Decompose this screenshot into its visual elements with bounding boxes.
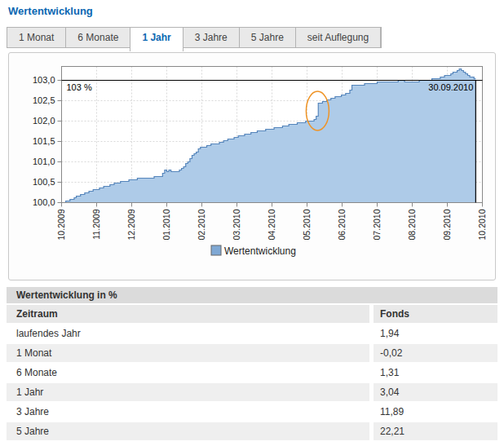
table-row: 3 Jahre11,89 <box>7 403 497 421</box>
x-tick-label: 01.2010 <box>161 209 171 240</box>
tab-1-monat[interactable]: 1 Monat <box>7 28 66 47</box>
tab-5-jahre[interactable]: 5 Jahre <box>240 28 296 47</box>
cell-zeitraum: 1 Monat <box>7 344 369 362</box>
performance-area-chart: 103,0102,5102,0101,5101,0100,5100,010.20… <box>9 53 495 280</box>
column-header-fonds: Fonds <box>374 305 497 323</box>
cell-fonds: 22,21 <box>374 422 497 440</box>
x-tick-label: 06.2010 <box>337 209 347 240</box>
legend-label: Wertentwicklung <box>224 245 296 257</box>
cell-zeitraum: laufendes Jahr <box>7 325 369 342</box>
y-tick-label: 100,5 <box>33 177 55 187</box>
cell-zeitraum: 3 Jahre <box>7 403 369 421</box>
x-tick-label: 04.2010 <box>267 209 276 240</box>
table-row: 1 Jahr3,04 <box>7 383 497 401</box>
cell-fonds: 3,04 <box>374 383 497 401</box>
x-tick-label: 11.2009 <box>91 209 101 239</box>
x-tick-label: 05.2010 <box>302 209 312 240</box>
table-row: 5 Jahre22,21 <box>7 422 497 440</box>
period-tabs: 1 Monat6 Monate1 Jahr3 Jahre5 Jahreseit … <box>7 27 382 48</box>
x-tick-label: 07.2010 <box>372 209 382 240</box>
x-tick-label: 10.2009 <box>56 209 66 240</box>
performance-table: Wertentwicklung in % Zeitraum Fonds lauf… <box>7 287 497 442</box>
table-row: 6 Monate1,31 <box>7 364 497 382</box>
y-tick-label: 101,5 <box>33 136 55 146</box>
cell-zeitraum: 6 Monate <box>7 364 369 382</box>
tab-seit-auflegung[interactable]: seit Auflegung <box>296 28 381 47</box>
table-body: laufendes Jahr1,941 Monat-0,026 Monate1,… <box>7 325 497 440</box>
y-tick-label: 102,5 <box>33 95 55 105</box>
tab-1-jahr[interactable]: 1 Jahr <box>130 27 183 51</box>
x-tick-label: 12.2009 <box>126 209 136 240</box>
y-tick-label: 103,0 <box>33 75 55 85</box>
tab-3-jahre[interactable]: 3 Jahre <box>183 28 240 47</box>
cell-fonds: 1,94 <box>374 325 497 342</box>
cell-zeitraum: 5 Jahre <box>7 422 369 440</box>
cell-zeitraum: 1 Jahr <box>7 383 369 401</box>
x-tick-label: 03.2010 <box>232 209 241 240</box>
y-tick-label: 101,0 <box>33 157 55 166</box>
x-tick-label: 10.2010 <box>477 209 487 240</box>
table-row: 1 Monat-0,02 <box>7 344 497 362</box>
tab-6-monate[interactable]: 6 Monate <box>66 28 130 47</box>
marker-date-label: 30.09.2010 <box>428 82 473 92</box>
x-tick-label: 09.2010 <box>442 209 452 240</box>
column-header-zeitraum: Zeitraum <box>7 305 369 323</box>
x-tick-label: 08.2010 <box>407 209 417 240</box>
table-header-row: Zeitraum Fonds <box>7 305 497 323</box>
cell-fonds: 11,89 <box>374 403 497 421</box>
cell-fonds: 1,31 <box>374 364 497 382</box>
cell-fonds: -0,02 <box>374 344 497 362</box>
table-row: laufendes Jahr1,94 <box>7 325 497 342</box>
performance-chart-panel: 103,0102,5102,0101,5101,0100,5100,010.20… <box>8 52 496 280</box>
table-title: Wertentwicklung in % <box>7 287 497 303</box>
y-tick-label: 102,0 <box>33 116 55 126</box>
x-tick-label: 02.2010 <box>197 209 206 240</box>
y-tick-label: 100,0 <box>33 197 55 207</box>
marker-value-label: 103 % <box>67 82 92 92</box>
page-title: Wertentwicklung <box>8 5 93 17</box>
legend-swatch <box>211 245 221 255</box>
